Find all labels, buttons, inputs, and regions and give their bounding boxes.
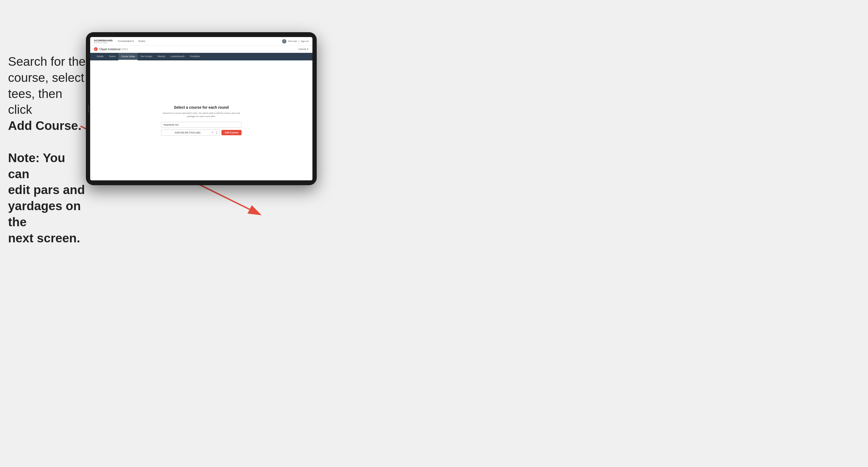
tab-printables[interactable]: Printables	[187, 53, 203, 60]
tournament-gender: (Men)	[122, 48, 128, 51]
logo-sub: Powered by clippd	[94, 42, 113, 43]
tablet-device: SCOREBOARD Powered by clippd TOURNAMENTS…	[86, 32, 317, 185]
card-title: Select a course for each round	[161, 105, 242, 110]
tee-clear-icon[interactable]: ✕	[212, 131, 214, 134]
tournament-name: Clippd Invitational	[99, 48, 121, 51]
signout-link[interactable]: Sign out	[301, 40, 309, 42]
tab-tee-groups[interactable]: Tee Groups	[138, 53, 155, 60]
user-avatar: T	[282, 39, 286, 43]
tee-select-row: Gold (M) (M) (7010 yds) ✕ ▲ ▼ Add Course	[161, 129, 242, 136]
tee-dropdown[interactable]: Gold (M) (M) (7010 yds) ✕ ▲ ▼	[161, 129, 220, 136]
course-search-input[interactable]	[161, 122, 242, 128]
tab-course-setup[interactable]: Course Setup	[118, 53, 138, 60]
tee-down-icon[interactable]: ▼	[216, 132, 217, 134]
logo-text: SCOREBOARD	[94, 39, 113, 42]
user-name: Test User	[288, 40, 297, 42]
tee-arrows: ▲ ▼	[216, 131, 217, 134]
tablet-side-button	[88, 105, 89, 113]
cancel-button[interactable]: Cancel ✕	[298, 48, 309, 51]
tee-value: Gold (M) (M) (7010 yds)	[163, 131, 212, 134]
logo-area: SCOREBOARD Powered by clippd	[94, 39, 113, 43]
tab-bar: Details Teams Course Setup Tee Groups Re…	[90, 53, 312, 60]
course-card: Select a course for each round Search fo…	[161, 105, 242, 136]
tournament-icon: C	[94, 47, 98, 51]
main-content: Select a course for each round Search fo…	[90, 60, 312, 180]
tablet-screen: SCOREBOARD Powered by clippd TOURNAMENTS…	[90, 37, 312, 180]
tournament-header: C Clippd Invitational (Men) Cancel ✕	[90, 45, 312, 53]
tab-leaderboards[interactable]: Leaderboards	[168, 53, 187, 60]
add-course-button[interactable]: Add Course	[221, 130, 242, 135]
annotation-text: Search for the course, select tees, then…	[8, 54, 86, 246]
tab-details[interactable]: Details	[94, 53, 106, 60]
card-description: Search for a course and select a tee. Yo…	[161, 112, 242, 118]
nav-teams[interactable]: TEAMS	[138, 40, 146, 42]
tab-teams[interactable]: Teams	[106, 53, 118, 60]
separator: |	[299, 40, 299, 42]
top-navbar: SCOREBOARD Powered by clippd TOURNAMENTS…	[90, 37, 312, 45]
nav-tournaments[interactable]: TOURNAMENTS	[118, 40, 134, 42]
nav-links: TOURNAMENTS TEAMS	[118, 40, 282, 42]
tab-results[interactable]: Results	[155, 53, 168, 60]
user-area: T Test User | Sign out	[282, 39, 309, 43]
